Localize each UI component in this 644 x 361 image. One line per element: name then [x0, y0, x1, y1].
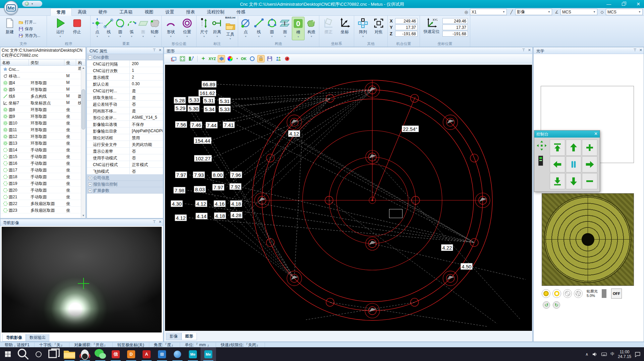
measurement-label[interactable]: 5.33	[219, 106, 230, 112]
mirror-view-icon[interactable]	[187, 55, 195, 62]
graphics-canvas[interactable]: 66.89161.625.285.335.315.315.295.305.345…	[165, 65, 532, 331]
构造-线-button[interactable]: 线▼	[253, 17, 265, 40]
qq-button[interactable]	[77, 347, 93, 361]
measurement-label[interactable]: 161.62	[199, 90, 216, 96]
measurement-label[interactable]: 5.31	[203, 97, 215, 104]
chevron-down-icon[interactable]: ▼	[119, 35, 121, 38]
jog-down-fast-button[interactable]	[550, 173, 565, 189]
measurement-label[interactable]: 7.44	[206, 122, 217, 128]
构造-面-button[interactable]: 面▼	[279, 17, 291, 40]
speed-minus-button[interactable]	[582, 173, 597, 189]
pin-icon[interactable]: ⊤	[153, 48, 156, 52]
tree-row-圆20[interactable]: 圆20手动取圆坐	[0, 187, 86, 193]
chevron-down-icon[interactable]: ▼	[216, 35, 218, 38]
prop-row[interactable]: CNC运行次数1	[87, 67, 163, 74]
measurement-label[interactable]: 4.16	[214, 201, 225, 207]
new-file-button[interactable]: 新建	[2, 17, 18, 40]
tree-column-坐[interactable]: 坐	[64, 59, 76, 65]
chevron-down-icon[interactable]: ▼	[108, 35, 110, 38]
chevron-down-icon[interactable]: ▼	[186, 35, 188, 38]
fit-view-icon[interactable]	[179, 55, 186, 62]
tree-row-圆8[interactable]: 圆8环形取圆坐	[0, 106, 86, 113]
console-title-bar[interactable]: 控制台 ✕	[534, 131, 600, 138]
tree-column-构造[interactable]: 构造	[76, 59, 86, 65]
标注-距离-button[interactable]: 距离▼	[211, 17, 223, 40]
tree-row-圆23[interactable]: 圆23多段扇区取圆坐	[0, 207, 86, 213]
input-language[interactable]: 中	[610, 351, 614, 357]
save-view-icon[interactable]	[266, 55, 273, 62]
prop-row[interactable]: 使用手动模式否	[87, 154, 163, 161]
tree-row-圆13[interactable]: 圆13环形取圆坐	[0, 140, 86, 146]
要素-线-button[interactable]: 线▼	[103, 17, 114, 40]
calculator-button[interactable]: ⊞	[154, 347, 170, 361]
prop-row[interactable]: 影像输出选项不保存	[87, 121, 163, 127]
measurement-label[interactable]: 7.56	[175, 121, 187, 128]
构造-槽-button[interactable]: 0槽▼	[292, 17, 305, 40]
wechat-button[interactable]	[93, 347, 108, 361]
machine-cs-selector[interactable]: MCS▼	[560, 9, 597, 15]
close-button[interactable]: ✕	[635, 1, 642, 7]
程序-停止-button[interactable]: 停止	[69, 17, 85, 40]
collapse-icon[interactable]: −	[88, 56, 92, 59]
measurement-label[interactable]: 7.96	[230, 172, 242, 178]
chevron-down-icon[interactable]: ▼	[362, 35, 364, 38]
measurement-label[interactable]: 8.03	[194, 186, 206, 193]
open-button[interactable]: 打开...	[18, 19, 40, 25]
prop-row[interactable]: 抓取失败转...是	[87, 94, 163, 101]
section-cnc-params[interactable]: −Cnc参数	[87, 54, 163, 60]
tree-row-圆5[interactable]: 圆5环形取圆M	[0, 86, 86, 93]
pin-icon[interactable]: ⊤	[153, 220, 156, 224]
browser-button[interactable]	[170, 347, 185, 361]
prop-row[interactable]: 飞拍模式否	[87, 168, 163, 174]
tree-row-圆22[interactable]: 圆22多段扇区取圆坐	[0, 200, 86, 207]
chevron-down-icon[interactable]: ▼	[153, 35, 156, 38]
measurement-label[interactable]: 7.46	[190, 122, 202, 128]
tree-row-圆14[interactable]: 圆14手动取圆坐	[0, 146, 86, 153]
标注-尺寸-button[interactable]: 尺寸▼	[198, 17, 210, 40]
ribbon-tab-1[interactable]: 常用	[50, 8, 72, 16]
pick-back-icon[interactable]	[218, 55, 225, 62]
section-公司信息[interactable]: +公司信息	[87, 174, 163, 181]
chevron-down-icon[interactable]: ▼	[130, 35, 133, 38]
task-view-button[interactable]	[46, 347, 62, 361]
measurement-label[interactable]: 5.28	[174, 97, 185, 104]
chevron-down-icon[interactable]: ▼	[284, 35, 286, 38]
pin-icon[interactable]: ⊤	[633, 48, 637, 52]
measurement-label[interactable]: 4.12	[195, 201, 207, 207]
app-d-button[interactable]: D	[123, 347, 139, 361]
prop-row[interactable]: 限位对话框禁用	[87, 134, 163, 141]
graphics-tab-2[interactable]: 图形	[181, 333, 197, 340]
其他-对焦-button[interactable]: 对焦	[371, 17, 386, 40]
measurement-label[interactable]: 4.30	[171, 201, 182, 207]
prop-row[interactable]: 同画面不移...是	[87, 107, 163, 114]
jog-up-button[interactable]	[566, 140, 581, 156]
prop-row[interactable]: 形位公差评...ASME_Y14_5	[87, 114, 163, 121]
ring-light-button[interactable]	[542, 289, 550, 298]
measurement-label[interactable]: 7.97	[212, 184, 224, 191]
chevron-down-icon[interactable]: ▼	[229, 38, 231, 40]
tree-row-圆10[interactable]: 圆10环形取圆坐	[0, 119, 86, 126]
prop-row[interactable]: 显示公差带否	[87, 148, 163, 154]
file-explorer-button[interactable]	[62, 347, 77, 361]
select-region-icon[interactable]	[170, 55, 177, 62]
坐标系-摆正-button[interactable]: 摆正	[321, 17, 336, 40]
tree-scrollbar[interactable]: ▲ ▼	[81, 66, 86, 218]
ok-icon[interactable]: OK	[240, 55, 247, 62]
status-item-3[interactable]: 对象捕获:『开启』	[69, 343, 112, 347]
measurement-label[interactable]: 5.33	[188, 97, 200, 103]
tree-row-圆19[interactable]: 圆19手动取圆坐	[0, 180, 86, 187]
tree-row-圆4[interactable]: 圆4环形取圆M	[0, 79, 86, 86]
chevron-down-icon[interactable]: ▼	[235, 55, 239, 62]
expand-icon[interactable]: +	[88, 176, 92, 180]
tree-row-圆18[interactable]: 圆18手动取圆坐	[0, 173, 86, 180]
search-button[interactable]	[15, 347, 31, 361]
chevron-down-icon[interactable]: ▼	[297, 36, 300, 38]
ribbon-tab-4[interactable]: 工具箱	[113, 8, 139, 16]
pin-icon[interactable]: ⊤	[522, 48, 525, 52]
axis-selector[interactable]: X1▼	[470, 9, 507, 15]
close-icon[interactable]: ✕	[159, 48, 162, 52]
ring-light-outer-button[interactable]	[552, 289, 561, 298]
measurement-label[interactable]: 7.97	[175, 172, 187, 178]
section-扩展参数[interactable]: +扩展参数	[87, 187, 163, 194]
ribbon-tab-2[interactable]: 高级	[72, 8, 93, 16]
